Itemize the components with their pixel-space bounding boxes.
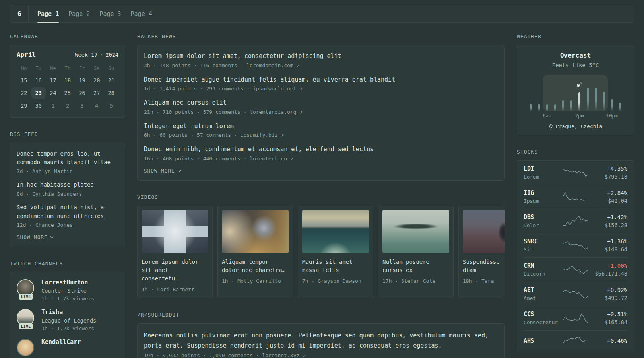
video-thumbnail[interactable] [142,210,208,253]
video-title[interactable]: Aliquam tempor dolor nec pharetra… [222,258,289,274]
subreddit-section-title: /R/SUBREDDIT [137,312,505,318]
rss-item-title[interactable]: Sed volutpat nulla nisl, a condimentum n… [17,203,118,220]
weather-bar [535,75,543,111]
calendar-day-number: 26 [79,90,85,96]
stock-row[interactable]: DBS Dolor +1.42% $156.28 [524,209,627,233]
videos-row: Lorem ipsum dolor sit amet consectetu… 1… [137,206,505,298]
glance-dashboard: G Page 1Page 2Page 3Page 4 CALENDAR Apri… [0,0,644,358]
calendar-day[interactable]: 1 [46,100,60,112]
video-title[interactable]: Nullam posuere cursus ex [382,258,449,274]
stock-id: CCS Consectetur [524,311,561,325]
calendar-day[interactable]: 25 [60,87,75,99]
page-tab[interactable]: Page 2 [64,5,95,22]
story-meta: 21h · 710 points · 579 comments · loreml… [144,109,498,115]
video-card[interactable]: Suspendisse diam 18h · Tara [458,206,505,298]
video-thumbnail[interactable] [222,210,289,253]
video-card[interactable]: Aliquam tempor dolor nec pharetra… 1h · … [217,206,293,298]
calendar-day[interactable]: 27 [89,87,104,99]
weekday-label: Fr [75,66,89,71]
video-card[interactable]: Mauris sit amet massa felis 7h · Grayson… [298,206,373,298]
stock-price: $165.84 [591,319,628,325]
stock-row[interactable]: IIG Ipsum +2.84% $42.04 [524,185,627,209]
app-logo[interactable]: G [10,5,29,22]
calendar-day[interactable]: 16 [31,74,46,86]
story-title[interactable]: Donec imperdiet augue tincidunt felis al… [144,75,498,84]
video-thumbnail[interactable] [302,210,369,253]
calendar-day-number: 4 [95,103,98,109]
calendar-day[interactable]: 28 [104,87,118,99]
channel-name[interactable]: ForrestBurton [41,279,94,286]
page-tab[interactable]: Page 3 [95,5,126,22]
story-title[interactable]: Integer eget rutrum lorem [144,122,498,131]
video-title[interactable]: Lorem ipsum dolor sit amet consectetu… [142,258,208,283]
hackernews-show-more-button[interactable]: SHOW MORE [144,168,181,174]
video-title[interactable]: Suspendisse diam [463,258,505,274]
weather-location-row: Prague, Czechia [523,123,628,129]
page-tab[interactable]: Page 1 [33,5,64,22]
weather-bar [551,75,559,111]
rss-item-title[interactable]: Donec tempor eros leo, ut commodo mauris… [17,150,118,167]
video-meta: 17h · Stefan Cole [382,278,449,284]
video-thumbnail[interactable] [382,210,449,253]
twitch-channel[interactable]: LIVE Trisha League of Legends 3h · 1.2k … [17,309,118,331]
calendar-day-number: 25 [64,90,71,96]
hackernews-story: Integer eget rutrum lorem 6h · 60 points… [144,122,498,138]
story-title[interactable]: Lorem ipsum dolor sit amet, consectetur … [144,52,498,61]
calendar-day[interactable]: 22 [17,87,31,99]
calendar-day[interactable]: 3 [75,100,89,112]
stock-id: DBS Dolor [524,214,561,228]
video-title[interactable]: Mauris sit amet massa felis [302,258,369,274]
stock-sparkline [561,191,591,203]
rss-item-title[interactable]: In hac habitasse platea [17,181,118,189]
calendar-day[interactable]: 30 [31,100,46,112]
calendar-day-number: 30 [35,103,42,109]
stock-row[interactable]: CRN Bitcorn -1.00% $66,171.48 [524,257,627,282]
rss-show-more-button[interactable]: SHOW MORE [17,234,54,240]
calendar-day[interactable]: 19 [75,74,89,86]
calendar-day[interactable]: 5 [104,100,118,112]
channel-name[interactable]: Trisha [41,309,96,316]
stock-row[interactable]: AET Amet +0.92% $499.72 [524,282,627,306]
channel-name[interactable]: KendallCarr [41,339,81,346]
calendar-day[interactable]: 17 [46,74,60,86]
rss-section-title: RSS FEED [10,131,125,137]
calendar-day[interactable]: 29 [17,100,31,112]
weather-section-title: WEATHER [517,33,634,39]
weather-bar [584,75,592,111]
time-axis-label: 2pm [575,113,584,119]
calendar-day[interactable]: 15 [17,74,31,86]
video-thumbnail[interactable] [463,210,505,253]
stock-id: CRN Bitcorn [524,262,561,277]
hackernews-story: Lorem ipsum dolor sit amet, consectetur … [144,52,498,68]
page-tab[interactable]: Page 4 [126,5,157,22]
calendar-day[interactable]: 21 [104,74,118,86]
calendar-day[interactable]: 23 [31,87,46,99]
twitch-channel[interactable]: LIVE ForrestBurton Counter-Strike 1h · 1… [17,279,118,302]
stock-row[interactable]: AHS +0.46% [524,330,627,352]
calendar-day[interactable]: 24 [46,87,60,99]
twitch-channel[interactable]: KendallCarr [17,339,118,356]
story-title[interactable]: Donec enim nibh, condimentum et accumsan… [144,145,498,154]
post-title[interactable]: Maecenas mollis pulvinar erat non posuer… [144,330,498,351]
channel-game: League of Legends [41,317,96,324]
post-meta: 19h · 9,932 points · 1,090 comments · lo… [144,352,498,358]
rss-item-meta: 7d · Ashlyn Martin [17,168,118,174]
story-title[interactable]: Aliquam nec cursus elit [144,98,498,107]
stock-row[interactable]: SNRC Sit +1.36% $148.64 [524,233,627,257]
stock-values: +2.84% $42.04 [591,190,628,204]
calendar-day[interactable]: 26 [75,87,89,99]
channel-meta: 1h · 1.7k viewers [41,296,94,302]
stock-name: Ipsum [524,198,561,204]
stock-row[interactable]: CCS Consectetur +0.51% $165.84 [524,306,627,330]
stock-change: +0.92% [591,287,628,293]
video-card[interactable]: Lorem ipsum dolor sit amet consectetu… 1… [137,206,213,298]
calendar-day[interactable]: 4 [89,100,104,112]
calendar-widget: April Week 17·2024 MoTuWeThFrSaSu 151617… [10,45,125,118]
calendar-day[interactable]: 20 [89,74,104,86]
calendar-day[interactable]: 2 [60,100,75,112]
calendar-day-number: 15 [21,77,27,84]
channel-meta: 3h · 1.2k viewers [41,325,96,331]
calendar-day[interactable]: 18 [60,74,75,86]
stock-row[interactable]: LDI Lorem +4.35% $795.18 [524,161,627,185]
video-card[interactable]: Nullam posuere cursus ex 17h · Stefan Co… [378,206,454,298]
